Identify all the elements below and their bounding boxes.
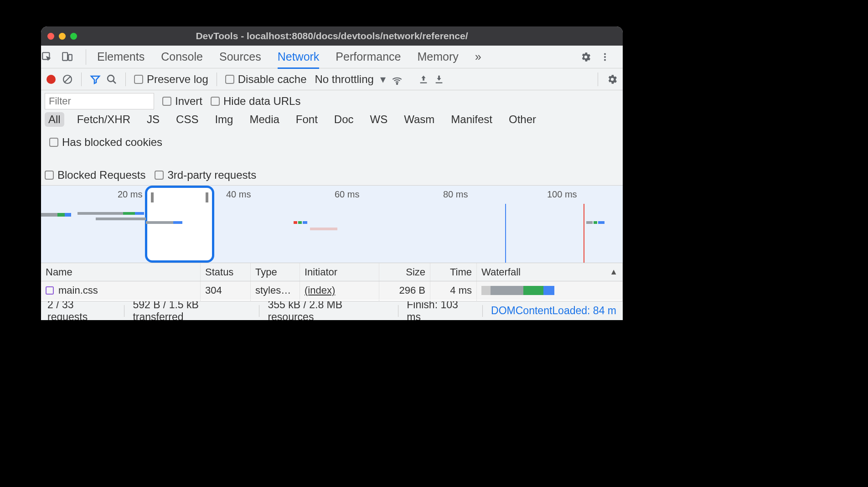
type-js[interactable]: JS: [143, 112, 163, 127]
has-blocked-cookies-checkbox[interactable]: Has blocked cookies: [49, 136, 162, 149]
overview-bar: [303, 221, 307, 224]
record-button[interactable]: [46, 74, 57, 85]
overview-bar: [294, 221, 297, 224]
throttling-select[interactable]: No throttling ▾: [315, 73, 385, 86]
window-title: DevTools - localhost:8080/docs/devtools/…: [41, 31, 623, 41]
overview-bar: [41, 213, 57, 217]
blocked-requests-checkbox[interactable]: Blocked Requests: [45, 169, 145, 181]
overview-bar: [146, 221, 173, 224]
device-toolbar-icon[interactable]: [61, 51, 81, 63]
network-toolbar: Preserve log Disable cache No throttling…: [41, 68, 623, 90]
type-ws[interactable]: WS: [367, 112, 392, 127]
request-time: 4 ms: [430, 281, 477, 299]
col-type[interactable]: Type: [251, 263, 300, 281]
type-wasm[interactable]: Wasm: [400, 112, 438, 127]
col-time[interactable]: Time: [430, 263, 477, 281]
chevron-down-icon: ▾: [380, 73, 386, 86]
timeline-tick: 80 ms: [443, 189, 468, 200]
overview-timeline[interactable]: 20 ms 40 ms 60 ms 80 ms 100 ms: [41, 186, 623, 263]
request-name: main.css: [58, 285, 98, 296]
timeline-tick: 100 ms: [547, 189, 577, 200]
overview-bar: [173, 221, 182, 224]
throttling-label: No throttling: [315, 73, 373, 86]
network-settings-icon[interactable]: [606, 73, 618, 85]
overview-bar: [135, 212, 144, 215]
request-type: styles…: [251, 281, 300, 299]
tab-sources[interactable]: Sources: [219, 50, 261, 63]
timeline-tick: 40 ms: [226, 189, 251, 200]
status-finish: Finish: 103 ms: [407, 301, 474, 320]
invert-checkbox[interactable]: Invert: [162, 95, 202, 108]
tab-elements[interactable]: Elements: [97, 50, 145, 63]
tab-memory[interactable]: Memory: [417, 50, 458, 63]
svg-line-9: [113, 81, 116, 83]
svg-point-4: [604, 56, 606, 57]
preserve-log-checkbox[interactable]: Preserve log: [134, 73, 208, 86]
tabs-overflow[interactable]: »: [475, 50, 481, 63]
network-conditions-icon[interactable]: [391, 73, 403, 85]
col-size[interactable]: Size: [379, 263, 430, 281]
type-other[interactable]: Other: [505, 112, 540, 127]
svg-rect-1: [62, 52, 67, 60]
devtools-window: DevTools - localhost:8080/docs/devtools/…: [41, 26, 623, 320]
panel-tabbar: Elements Console Sources Network Perform…: [41, 46, 623, 68]
tab-console[interactable]: Console: [161, 50, 203, 63]
request-size: 296 B: [379, 281, 430, 299]
type-img[interactable]: Img: [211, 112, 237, 127]
timeline-tick: 20 ms: [118, 189, 142, 200]
request-type-filters: All Fetch/XHR JS CSS Img Media Font Doc …: [41, 110, 623, 186]
col-status[interactable]: Status: [201, 263, 251, 281]
overview-bar: [123, 212, 135, 215]
table-row[interactable]: main.css 304 styles… (index) 296 B 4 ms: [41, 281, 623, 300]
separator: [86, 49, 86, 65]
svg-rect-12: [436, 82, 443, 83]
more-menu-icon[interactable]: [600, 52, 620, 62]
col-waterfall-label: Waterfall: [481, 266, 521, 278]
type-font[interactable]: Font: [292, 112, 321, 127]
request-initiator-link[interactable]: (index): [305, 285, 335, 296]
type-doc[interactable]: Doc: [331, 112, 357, 127]
col-name[interactable]: Name: [41, 263, 201, 281]
has-blocked-label: Has blocked cookies: [62, 136, 162, 149]
table-header: Name Status Type Initiator Size Time Wat…: [41, 263, 623, 281]
filter-toggle-icon[interactable]: [90, 74, 101, 85]
svg-rect-2: [68, 54, 72, 60]
export-har-icon[interactable]: [434, 74, 444, 84]
load-marker: [584, 204, 584, 263]
search-icon[interactable]: [106, 74, 117, 85]
svg-point-5: [604, 59, 606, 61]
sort-indicator-icon: ▲: [610, 267, 618, 277]
overview-bar: [598, 221, 604, 224]
tab-performance[interactable]: Performance: [336, 50, 401, 63]
type-media[interactable]: Media: [246, 112, 283, 127]
clear-button[interactable]: [62, 74, 73, 85]
timeline-tick: 60 ms: [335, 189, 359, 200]
type-fetchxhr[interactable]: Fetch/XHR: [73, 112, 134, 127]
svg-line-7: [64, 76, 71, 83]
col-waterfall[interactable]: Waterfall▲: [477, 263, 623, 281]
type-manifest[interactable]: Manifest: [447, 112, 496, 127]
type-css[interactable]: CSS: [172, 112, 202, 127]
hide-data-urls-checkbox[interactable]: Hide data URLs: [211, 95, 300, 108]
tab-network[interactable]: Network: [278, 50, 320, 69]
settings-icon[interactable]: [580, 51, 600, 63]
col-initiator[interactable]: Initiator: [300, 263, 379, 281]
disable-cache-checkbox[interactable]: Disable cache: [225, 73, 307, 86]
status-resources: 355 kB / 2.8 MB resources: [268, 301, 390, 320]
stylesheet-file-icon: [46, 286, 54, 295]
status-domcontentloaded: DOMContentLoaded: 84 m: [491, 305, 616, 317]
overview-selection[interactable]: [145, 186, 214, 263]
selection-handle-right[interactable]: [206, 192, 208, 202]
hide-data-label: Hide data URLs: [223, 95, 300, 108]
type-all[interactable]: All: [45, 112, 64, 127]
overview-bar: [65, 213, 71, 217]
status-bar: 2 / 33 requests 592 B / 1.5 kB transferr…: [41, 301, 623, 320]
third-party-checkbox[interactable]: 3rd-party requests: [155, 169, 256, 181]
third-party-label: 3rd-party requests: [167, 169, 256, 181]
inspect-element-icon[interactable]: [41, 51, 61, 63]
overview-bar: [57, 213, 65, 217]
import-har-icon[interactable]: [418, 74, 429, 84]
filter-input[interactable]: [45, 93, 154, 109]
selection-handle-left[interactable]: [151, 192, 154, 202]
titlebar: DevTools - localhost:8080/docs/devtools/…: [41, 26, 623, 46]
